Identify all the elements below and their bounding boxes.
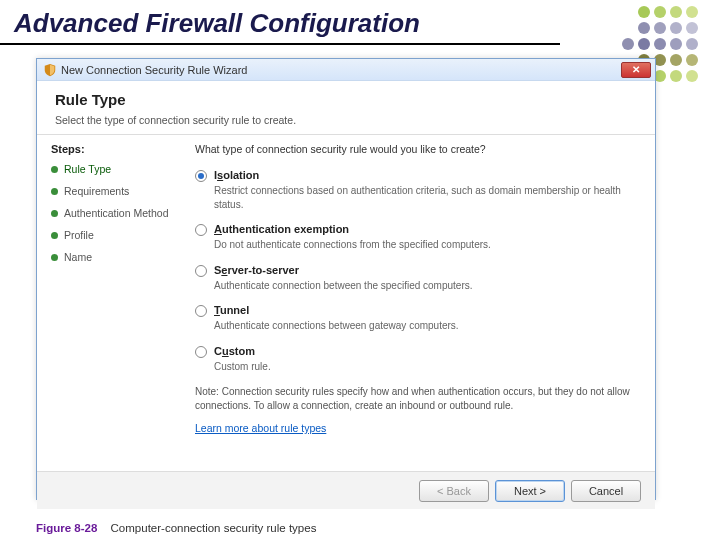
radio-custom[interactable] [195,346,207,358]
step-label: Rule Type [64,163,111,175]
option-label[interactable]: Custom [214,345,255,357]
step-rule-type[interactable]: Rule Type [51,163,179,175]
step-bullet-icon [51,232,58,239]
option-server-to-server: Server-to-server Authenticate connection… [195,264,635,293]
radio-tunnel[interactable] [195,305,207,317]
step-authentication-method[interactable]: Authentication Method [51,207,179,219]
step-profile[interactable]: Profile [51,229,179,241]
option-authentication-exemption: Authentication exemption Do not authenti… [195,223,635,252]
step-bullet-icon [51,254,58,261]
step-bullet-icon [51,210,58,217]
option-desc: Do not authenticate connections from the… [214,238,635,252]
step-bullet-icon [51,188,58,195]
option-desc: Authenticate connections between gateway… [214,319,635,333]
option-desc: Authenticate connection between the spec… [214,279,635,293]
step-label: Profile [64,229,94,241]
slide-title: Advanced Firewall Configuration [0,0,560,45]
radio-authentication-exemption[interactable] [195,224,207,236]
window-title: New Connection Security Rule Wizard [61,64,621,76]
step-label: Authentication Method [64,207,169,219]
option-desc: Custom rule. [214,360,635,374]
step-label: Requirements [64,185,129,197]
figure-text: Computer-connection security rule types [111,522,317,534]
wizard-header: Rule Type Select the type of connection … [37,81,655,135]
shield-icon [43,63,57,77]
next-button[interactable]: Next > [495,480,565,502]
radio-server-to-server[interactable] [195,265,207,277]
figure-caption: Figure 8-28 Computer-connection security… [36,522,316,534]
radio-isolation[interactable] [195,170,207,182]
close-button[interactable]: ✕ [621,62,651,78]
cancel-button[interactable]: Cancel [571,480,641,502]
step-requirements[interactable]: Requirements [51,185,179,197]
option-custom: Custom Custom rule. [195,345,635,374]
option-label[interactable]: Tunnel [214,304,249,316]
option-label[interactable]: Server-to-server [214,264,299,276]
option-tunnel: Tunnel Authenticate connections between … [195,304,635,333]
titlebar: New Connection Security Rule Wizard ✕ [37,59,655,81]
step-bullet-icon [51,166,58,173]
close-icon: ✕ [632,64,640,75]
wizard-content: What type of connection security rule wo… [185,135,655,471]
wizard-window: New Connection Security Rule Wizard ✕ Ru… [36,58,656,500]
figure-label: Figure 8-28 [36,522,97,534]
option-label[interactable]: Authentication exemption [214,223,349,235]
step-name[interactable]: Name [51,251,179,263]
learn-more-link[interactable]: Learn more about rule types [195,422,326,434]
page-subtitle: Select the type of connection security r… [55,114,639,126]
option-label[interactable]: Isolation [214,169,259,181]
step-label: Name [64,251,92,263]
option-desc: Restrict connections based on authentica… [214,184,635,211]
steps-sidebar: Steps: Rule Type Requirements Authentica… [37,135,185,471]
note-text: Note: Connection security rules specify … [195,385,635,412]
prompt-text: What type of connection security rule wo… [195,143,635,155]
steps-heading: Steps: [51,143,179,155]
back-button[interactable]: < Back [419,480,489,502]
wizard-footer: < Back Next > Cancel [37,471,655,509]
option-isolation: Isolation Restrict connections based on … [195,169,635,211]
page-title: Rule Type [55,91,639,108]
